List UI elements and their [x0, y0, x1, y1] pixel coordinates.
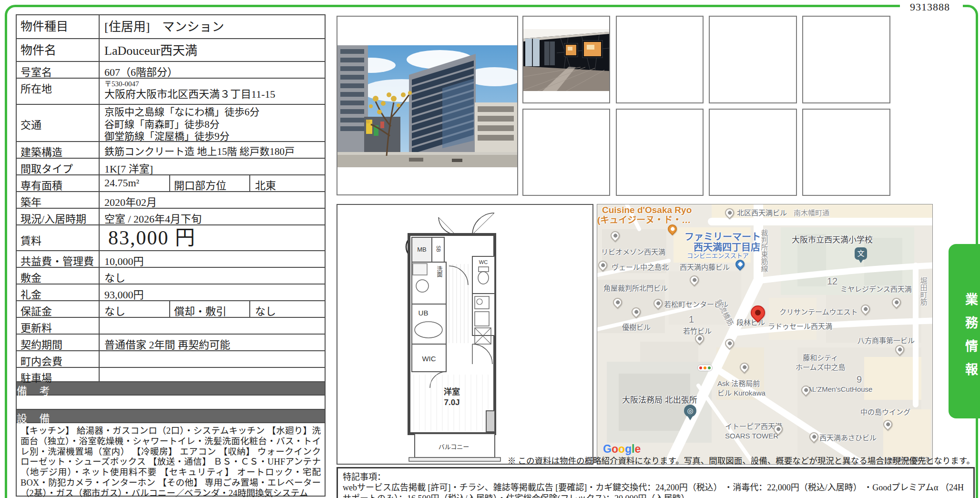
row-deposit: 敷金 なし	[17, 268, 325, 285]
row-town-fee: 町内会費	[17, 351, 325, 368]
lobby-photo-box	[522, 16, 610, 103]
address-value: 〒530-0047 大阪府大阪市北区西天満３丁目11-15	[100, 79, 325, 104]
parking-label: 駐車場	[17, 368, 100, 381]
remarks-header: 備 考	[17, 382, 325, 396]
row-common-fee: 共益費・管理費 10,000円	[17, 251, 325, 268]
amortization-value: なし	[250, 301, 325, 317]
amortization-label: 償却・敷引	[170, 301, 250, 317]
property-name-label: 物件名	[17, 39, 100, 61]
doc-number: 9313888	[901, 1, 959, 13]
row-address: 所在地 〒530-0047 大阪府大阪市北区西天満３丁目11-15	[17, 79, 325, 105]
row-parking: 駐車場	[17, 368, 325, 382]
row-status: 現況/入居時期 空室 / 2026年4月下旬	[17, 209, 325, 225]
google-logo: Google	[603, 443, 641, 456]
map-label: 八方商事第一ビル	[858, 336, 915, 346]
business-info-tab[interactable]: 業務情報	[949, 244, 980, 418]
map-label: 西天満あさひビル	[819, 433, 877, 443]
row-key-money: 礼金 93,000円	[17, 285, 325, 301]
area-label: 専有面積	[17, 175, 100, 191]
fp-ub-label: UB	[419, 309, 429, 317]
map-label: 北区西天満ビル	[737, 208, 787, 218]
room-no-value: 607（6階部分）	[100, 62, 325, 78]
rent-value: 83,000 円	[100, 225, 325, 250]
map-label: コンビニエンスストア	[687, 252, 749, 260]
property-name-value: LaDouceur西天満	[100, 39, 325, 61]
built-value: 2020年02月	[100, 192, 325, 208]
address-label: 所在地	[17, 79, 100, 104]
layout-value: 1K[7 洋室]	[100, 159, 325, 174]
contract-value: 普通借家 2年間 再契約可能	[100, 335, 325, 350]
map-label: 中の島ウイング	[860, 407, 910, 417]
row-layout: 間取タイプ 1K[7 洋室]	[17, 159, 325, 175]
special-notes-title: 特記事項：	[343, 470, 969, 482]
built-label: 築年	[17, 192, 100, 208]
rent-label: 賃料	[17, 225, 100, 250]
parking-value	[100, 368, 325, 381]
row-contract: 契約期間 普通借家 2年間 再契約可能	[17, 335, 325, 351]
remarks-body	[17, 396, 325, 410]
map-label: HAL'ZMen'sCutHouse	[802, 385, 872, 394]
floor-plan-drawing: MB SB 洗面 WC UB WIC	[337, 205, 592, 464]
row-structure: 建築構造 鉄筋コンクリート造 地上15階 総戸数180戸	[17, 142, 325, 159]
special-notes-body: webサービス広告掲載 [許可]・チラシ、雑誌等掲載広告 [要確認]・カギ鍵交換…	[343, 482, 969, 498]
layout-label: 間取タイプ	[17, 159, 100, 174]
guarantee-label: 保証金	[17, 301, 100, 317]
exterior-photo-box	[337, 16, 518, 195]
disclaimer-note: ※ この資料は物件の概略紹介資料になります。写真、間取図面、設備、概要などが現況…	[334, 454, 975, 466]
town-fee-value	[100, 351, 325, 367]
map-road-label: 南木幡町通	[794, 208, 829, 218]
floor-plan-box: MB SB 洗面 WC UB WIC	[337, 204, 593, 465]
row-property-type: 物件種目 [住居用] マンション	[17, 15, 325, 39]
map-road-label: 裁判所東筋線	[759, 229, 769, 272]
map-label: 優樹ビル	[622, 323, 651, 332]
row-property-name: 物件名 LaDouceur西天満	[17, 39, 325, 62]
photo-slot-empty	[802, 16, 890, 103]
row-access: 交通 京阪中之島線「なにわ橋」徒歩6分 谷町線「南森町」徒歩8分 御堂筋線「淀屋…	[17, 105, 325, 142]
photo-slot-empty	[709, 109, 797, 196]
photo-slot-empty	[616, 16, 704, 103]
address-zip: 〒530-0047	[104, 80, 323, 88]
map-road-label: 堀田町筋	[919, 277, 928, 305]
address-text: 大阪府大阪市北区西天満３丁目11-15	[104, 88, 323, 100]
map-government-pin: ◎	[684, 405, 696, 417]
row-built: 築年 2020年02月	[17, 192, 325, 209]
map-label: クリサンテームウエスト	[779, 307, 858, 317]
fp-balcony-label: バルコニー	[439, 443, 470, 450]
map-block-number: 9	[857, 373, 862, 386]
equipment-header: 設 備	[17, 410, 325, 423]
map-label: 大阪市立西天満小学校	[792, 235, 873, 245]
property-sheet-page: { "page": { "doc_number": "9313888", "ac…	[0, 0, 980, 498]
photo-slot-empty	[522, 109, 610, 196]
photo-slot-empty	[802, 109, 890, 196]
structure-label: 建築構造	[17, 142, 100, 158]
fp-wc-label: WC	[479, 259, 488, 265]
map-label: 藤和シティ ホームズ中之島	[796, 353, 846, 372]
building-exterior-photo	[337, 45, 517, 167]
property-type-value: [住居用] マンション	[100, 15, 325, 38]
town-fee-label: 町内会費	[17, 351, 100, 367]
map-label: リビオメゾン西天満	[601, 247, 665, 257]
map-school-pin: 文	[855, 247, 867, 260]
photo-slot-empty	[709, 16, 797, 103]
map-label: ヴェール中之島北	[612, 263, 669, 272]
map-label: 角屋裁判所北門ビル	[603, 284, 668, 293]
traffic-light-icon	[697, 365, 713, 371]
access-label: 交通	[17, 105, 100, 141]
key-money-label: 礼金	[17, 285, 100, 300]
deposit-value: なし	[100, 268, 325, 284]
guarantee-value: なし	[100, 301, 170, 317]
common-fee-label: 共益費・管理費	[17, 251, 100, 267]
deposit-label: 敷金	[17, 268, 100, 284]
fp-wash-label: 洗面	[436, 266, 442, 277]
row-room-no: 号室名 607（6階部分）	[17, 62, 325, 79]
map-label: (キュイジーヌ・ド・…	[597, 214, 691, 226]
area-value: 24.75m²	[100, 175, 170, 191]
opening-direction-label: 開口部方位	[170, 175, 250, 191]
status-value: 空室 / 2026年4月下旬	[100, 209, 325, 224]
opening-direction-value: 北東	[250, 175, 325, 191]
photo-slot-empty	[616, 109, 704, 196]
fp-sb-label: SB	[436, 245, 441, 252]
row-guarantee: 保証金 なし 償却・敷引 なし	[17, 301, 325, 318]
status-label: 現況/入居時期	[17, 209, 100, 224]
common-fee-value: 10,000円	[100, 251, 325, 267]
